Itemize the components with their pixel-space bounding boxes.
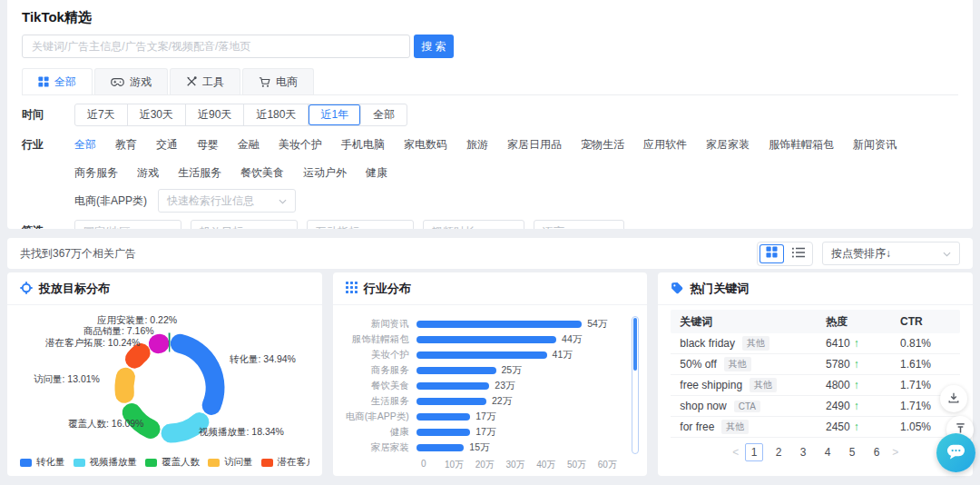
industry-option-19[interactable]: 运动户外 — [303, 162, 347, 184]
keyword-row-2[interactable]: free shipping其他4800↑1.71% — [671, 375, 960, 396]
keywords-panel-header: 热门关键词 — [658, 272, 973, 305]
bar-row-2[interactable]: 美妆个护41万 — [346, 347, 635, 362]
legend-swatch-1 — [74, 459, 85, 467]
bar-row-0[interactable]: 新闻资讯54万 — [346, 316, 635, 332]
legend-item-3[interactable]: 访问量 — [208, 456, 253, 469]
pagination-page-3[interactable]: 3 — [794, 443, 812, 461]
industry-option-9[interactable]: 家居日用品 — [507, 134, 562, 156]
keyword-row-0[interactable]: black friday其他6410↑0.81% — [671, 333, 960, 354]
bar-row-8[interactable]: 家居家装15万 — [346, 440, 635, 455]
bar-row-7[interactable]: 健康17万 — [346, 424, 635, 440]
list-view-button[interactable] — [786, 244, 810, 263]
industry-option-4[interactable]: 金融 — [238, 134, 260, 156]
sort-select[interactable]: 按点赞排序↓ — [822, 242, 960, 265]
legend-item-0[interactable]: 转化量 — [20, 456, 65, 469]
chevron-down-icon — [607, 225, 615, 229]
industry-filter-label: 行业 — [22, 134, 74, 156]
chart-scrollbar-thumb[interactable] — [633, 318, 637, 371]
advanced-filter-2[interactable]: 互动指标 — [307, 220, 414, 229]
keyword-row-3[interactable]: shop nowCTA2490↑1.71% — [671, 396, 960, 417]
bar-row-6[interactable]: 电商(非APP类)17万 — [346, 409, 635, 424]
keyword-cell: free shipping其他 — [671, 378, 826, 392]
axis-tick-4: 40万 — [536, 459, 555, 471]
results-bar: 共找到367万个相关广告 按点赞排序↓ — [7, 238, 973, 269]
bar-fill-7 — [416, 429, 471, 436]
industry-option-18[interactable]: 餐饮美食 — [240, 162, 284, 184]
industry-options: 全部教育交通母婴金融美妆个护手机电脑家电数码旅游家居日用品宠物生活应用软件家居家… — [74, 134, 958, 184]
legend-item-1[interactable]: 视频播放量 — [74, 456, 138, 469]
search-input[interactable] — [22, 35, 410, 58]
donut-segment-4[interactable] — [134, 352, 141, 359]
industry-option-13[interactable]: 服饰鞋帽箱包 — [769, 134, 834, 156]
advanced-filter-3-placeholder: 视频时长 — [432, 224, 475, 230]
chart-scrollbar[interactable] — [632, 316, 639, 454]
donut-segment-3[interactable] — [124, 377, 125, 393]
donut-label-2: 覆盖人数: 16.09% — [68, 418, 143, 431]
pagination-prev-icon[interactable]: < — [732, 446, 739, 459]
industry-option-2[interactable]: 交通 — [156, 134, 178, 156]
industry-search-select[interactable]: 快速检索行业信息 — [158, 189, 296, 213]
donut-segment-1[interactable] — [171, 422, 200, 433]
pagination-page-6[interactable]: 6 — [867, 443, 886, 461]
tab-all[interactable]: 全部 — [22, 68, 93, 94]
industry-option-3[interactable]: 母婴 — [197, 134, 219, 156]
time-option-0[interactable]: 近7天 — [75, 104, 128, 125]
pagination-page-4[interactable]: 4 — [818, 443, 837, 461]
advanced-filter-1[interactable]: 投放目标 — [191, 220, 298, 229]
time-option-4[interactable]: 近1年 — [309, 104, 361, 125]
legend-item-4[interactable]: 潜在客户拓展 — [261, 456, 309, 469]
keyword-row-1[interactable]: 50% off其他5780↑1.61% — [671, 354, 960, 375]
trend-up-icon: ↑ — [854, 358, 859, 371]
tab-tools[interactable]: 工具 — [170, 68, 240, 94]
grid-view-icon — [766, 246, 778, 261]
industry-option-7[interactable]: 家电数码 — [404, 134, 447, 156]
industry-option-6[interactable]: 手机电脑 — [341, 134, 385, 156]
pagination-page-5[interactable]: 5 — [843, 443, 861, 461]
grid-view-button[interactable] — [760, 244, 784, 263]
legend-item-2[interactable]: 覆盖人数 — [145, 456, 200, 469]
axis-tick-0: 0 — [421, 459, 426, 469]
keyword-row-4[interactable]: for free其他2450↑1.05% — [671, 417, 960, 438]
bar-track-0: 54万 — [416, 318, 635, 331]
bar-row-5[interactable]: 生活服务22万 — [346, 393, 635, 409]
legend-swatch-4 — [261, 459, 273, 467]
time-option-2[interactable]: 近90天 — [186, 104, 244, 125]
download-button[interactable] — [940, 385, 967, 412]
search-button[interactable]: 搜 索 — [414, 35, 454, 58]
industry-option-11[interactable]: 应用软件 — [643, 134, 687, 156]
advanced-filter-4[interactable]: 语言 — [534, 220, 624, 229]
advanced-filter-3[interactable]: 视频时长 — [423, 220, 524, 229]
trend-up-icon: ↑ — [854, 337, 859, 350]
tab-games[interactable]: 游戏 — [94, 68, 168, 94]
industry-option-8[interactable]: 旅游 — [466, 134, 488, 156]
industry-option-1[interactable]: 教育 — [115, 134, 137, 156]
bar-row-1[interactable]: 服饰鞋帽箱包44万 — [346, 332, 635, 347]
tab-ecommerce[interactable]: 电商 — [242, 68, 314, 94]
objective-panel-body: 转化量: 34.94%视频播放量: 18.34%覆盖人数: 16.09%访问量:… — [7, 305, 322, 473]
advanced-filter-0[interactable]: 国家/地区 — [74, 220, 181, 229]
industry-option-ecommerce[interactable]: 电商(非APP类) — [74, 189, 147, 213]
bar-value-0: 54万 — [587, 318, 607, 331]
industry-option-16[interactable]: 游戏 — [137, 162, 159, 184]
industry-option-15[interactable]: 商务服务 — [74, 162, 118, 184]
industry-option-10[interactable]: 宠物生活 — [581, 134, 624, 156]
bar-label-5: 生活服务 — [346, 395, 416, 408]
pagination-page-1[interactable]: 1 — [745, 443, 763, 461]
bar-row-4[interactable]: 餐饮美食23万 — [346, 378, 635, 393]
industry-option-12[interactable]: 家居家装 — [706, 134, 750, 156]
time-option-5[interactable]: 全部 — [361, 104, 407, 125]
page-title: TikTok精选 — [22, 5, 958, 35]
pagination-page-2[interactable]: 2 — [769, 443, 788, 461]
industry-option-14[interactable]: 新闻资讯 — [853, 134, 897, 156]
industry-option-17[interactable]: 生活服务 — [178, 162, 221, 184]
industry-option-20[interactable]: 健康 — [366, 162, 387, 184]
time-option-3[interactable]: 近180天 — [244, 104, 309, 125]
chat-assistant-button[interactable] — [936, 433, 975, 472]
heat-cell: 2450↑ — [826, 421, 900, 433]
pagination-next-icon[interactable]: > — [892, 446, 898, 459]
time-option-1[interactable]: 近30天 — [128, 104, 186, 125]
bar-row-3[interactable]: 商务服务25万 — [346, 362, 635, 378]
industry-option-0[interactable]: 全部 — [74, 134, 96, 156]
donut-segment-0[interactable] — [180, 343, 215, 405]
industry-option-5[interactable]: 美妆个护 — [279, 134, 322, 156]
